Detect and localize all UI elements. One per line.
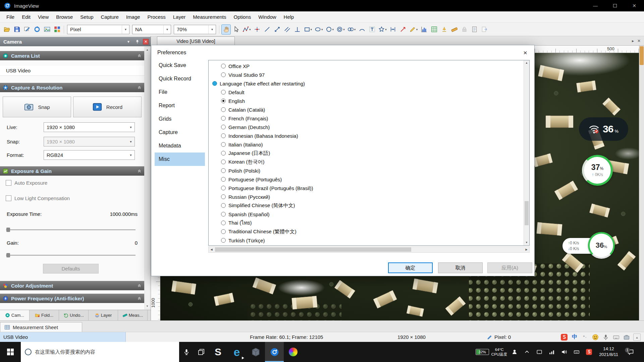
voice-input-icon[interactable] <box>602 334 609 341</box>
option-14[interactable]: Portuguese Brazil (Português (Brasil)) <box>209 184 523 192</box>
pan-icon[interactable] <box>221 24 231 35</box>
pin-icon[interactable] <box>134 39 140 45</box>
category-report[interactable]: Report <box>155 99 205 112</box>
histogram-icon[interactable] <box>419 24 429 35</box>
minimize-button[interactable]: — <box>586 0 605 11</box>
select-icon[interactable] <box>231 24 241 35</box>
category-metadata[interactable]: Metadata <box>155 139 205 153</box>
collapse-chevron-icon[interactable] <box>137 283 142 289</box>
option-8[interactable]: Indonesian (Bahasa Indonesia) <box>209 131 523 140</box>
format-select[interactable]: RGB24 ▾ <box>44 150 135 160</box>
chevron-down-icon[interactable]: ▾ <box>332 28 334 31</box>
sogou-tray-icon[interactable] <box>584 345 594 359</box>
radio-icon[interactable] <box>221 116 226 121</box>
concentric-circles-icon[interactable]: ▾ <box>335 24 346 35</box>
chevron-down-icon[interactable]: ▾ <box>311 28 312 31</box>
network-icon[interactable] <box>547 345 557 359</box>
category-file[interactable]: File <box>155 85 205 99</box>
polyline-icon[interactable]: ▾ <box>241 24 252 35</box>
radio-icon[interactable] <box>221 151 226 156</box>
pen-icon[interactable]: ▾ <box>409 24 419 35</box>
option-6[interactable]: French (Français) <box>209 114 523 123</box>
radio-icon[interactable] <box>221 99 226 103</box>
menu-file[interactable]: File <box>3 11 18 23</box>
menu-capture[interactable]: Capture <box>97 11 122 23</box>
record-button[interactable]: Record <box>73 97 142 117</box>
auto-exposure-checkbox[interactable] <box>6 180 11 186</box>
radio-icon[interactable] <box>221 238 226 243</box>
chevron-down-icon[interactable]: ▾ <box>354 28 356 31</box>
menu-help[interactable]: Help <box>280 11 298 23</box>
radio-icon[interactable] <box>221 90 226 95</box>
radio-icon[interactable] <box>221 168 226 173</box>
collapse-chevron-icon[interactable] <box>137 53 142 59</box>
taskbar-app-color[interactable] <box>284 342 303 362</box>
double-arrow-line-icon[interactable] <box>273 24 282 35</box>
radio-icon[interactable] <box>221 133 226 138</box>
ellipse-icon[interactable]: ▾ <box>314 24 324 35</box>
maximize-button[interactable] <box>605 0 625 11</box>
chevron-down-icon[interactable]: ▾ <box>208 25 216 34</box>
panel-tab-measurement[interactable]: Meas... <box>118 310 148 320</box>
action-center-button[interactable]: 1 <box>623 349 638 355</box>
taskbar-app-edge[interactable]: e <box>227 342 246 362</box>
hidden-icons-chevron[interactable] <box>522 345 532 359</box>
section-color-adjustment[interactable]: Color Adjustment <box>0 281 144 290</box>
ime-keyboard-icon[interactable] <box>572 345 582 359</box>
cancel-button[interactable]: 取消 <box>438 262 483 273</box>
option-3[interactable]: Default <box>209 88 523 97</box>
scroll-right-icon[interactable]: ▶ <box>524 247 529 252</box>
close-button[interactable]: ✕ <box>625 0 644 11</box>
lock-icon[interactable] <box>460 24 469 35</box>
taskbar-app-box[interactable] <box>246 342 265 362</box>
panel-close-icon[interactable]: ✕ <box>143 39 149 45</box>
panel-tab-folder[interactable]: Fold... <box>30 310 59 320</box>
low-light-checkbox[interactable] <box>6 195 11 201</box>
option-5[interactable]: Catalan (Català) <box>209 105 523 114</box>
radio-icon[interactable] <box>221 194 226 199</box>
radio-icon[interactable] <box>221 125 226 129</box>
menu-view[interactable]: View <box>34 11 52 23</box>
option-7[interactable]: German (Deutsch) <box>209 123 523 131</box>
option-1[interactable]: Visual Studio 97 <box>209 70 523 79</box>
options-vertical-scrollbar[interactable]: ▲ ▼ <box>524 60 529 245</box>
section-exposure-gain[interactable]: Exposure & Gain <box>0 166 144 176</box>
tab-scroll-right-icon[interactable]: ▸ <box>632 39 634 43</box>
measurement-sheet-tab[interactable]: Measurement Sheet <box>0 322 82 332</box>
option-16[interactable]: Simplified Chinese (简体中文) <box>209 201 523 210</box>
category-grids[interactable]: Grids <box>155 112 205 126</box>
clock[interactable]: 14:12 2021/8/11 <box>596 346 621 358</box>
polygon-icon[interactable]: ▾ <box>377 24 388 35</box>
rectangle-icon[interactable]: ▾ <box>303 24 313 35</box>
calibrate-icon[interactable] <box>439 24 449 35</box>
objective-combo[interactable]: NA ▾ <box>132 25 171 34</box>
radio-icon[interactable] <box>221 160 226 164</box>
panel-menu-icon[interactable]: ▼ <box>125 39 131 45</box>
slider-thumb[interactable] <box>6 228 10 232</box>
caliper-icon[interactable] <box>388 24 398 35</box>
option-19[interactable]: Traditional Chinese (繁體中文) <box>209 227 523 236</box>
category-capture[interactable]: Capture <box>155 126 205 139</box>
chevron-down-icon[interactable]: ▾ <box>122 25 129 34</box>
toolbox-icon[interactable] <box>623 334 630 341</box>
circle-icon[interactable]: ▾ <box>325 24 335 35</box>
line-icon[interactable] <box>263 24 272 35</box>
radio-icon[interactable] <box>221 203 226 208</box>
people-icon[interactable] <box>509 345 520 359</box>
parallel-lines-icon[interactable] <box>283 24 292 35</box>
option-17[interactable]: Spanish (Español) <box>209 210 523 219</box>
taskbar-search[interactable]: 在这里输入你要搜索的内容 <box>21 342 179 362</box>
menu-window[interactable]: Window <box>255 11 280 23</box>
refresh-icon[interactable] <box>32 24 42 35</box>
menu-layer[interactable]: Layer <box>169 11 190 23</box>
option-18[interactable]: Thai (ไทย) <box>209 219 523 227</box>
ok-button[interactable]: 确定 <box>388 262 433 273</box>
collapse-chevron-icon[interactable] <box>137 168 142 174</box>
scroll-left-icon[interactable]: ◀ <box>209 247 214 252</box>
chevron-down-icon[interactable]: ▾ <box>249 28 251 31</box>
defaults-button[interactable]: Defaults <box>43 264 99 274</box>
sogou-logo-icon[interactable] <box>560 334 568 341</box>
option-15[interactable]: Russian (Русский) <box>209 192 523 201</box>
tablet-icon[interactable] <box>534 345 544 359</box>
section-power-frequency[interactable]: Power Frequency (Anti-flicker) <box>0 294 144 303</box>
